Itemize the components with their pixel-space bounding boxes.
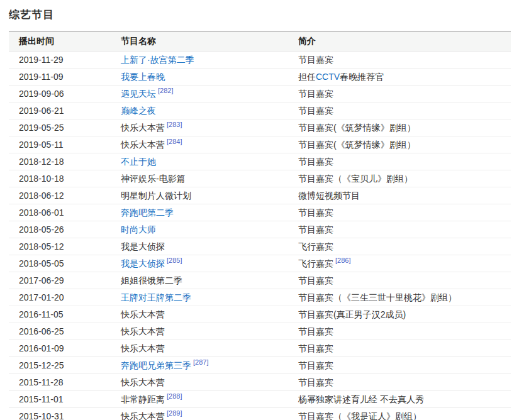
- description-link[interactable]: CCTV: [316, 72, 340, 82]
- program-name-text: 快乐大本营: [121, 123, 165, 133]
- air-date-cell: 2019-11-29: [9, 52, 111, 69]
- description-text: 微博短视频节目: [298, 191, 360, 201]
- table-row: 2019-05-25快乐大本营[283]节目嘉宾(《筑梦情缘》剧组）: [9, 119, 511, 136]
- air-date-cell: 2015-10-31: [9, 408, 111, 420]
- description-text: 节目嘉宾: [298, 55, 333, 65]
- table-row: 2019-09-06遇见天坛[282]节目嘉宾: [9, 86, 511, 102]
- air-date-cell: 2018-06-12: [9, 187, 111, 204]
- air-date-cell: 2018-05-12: [9, 238, 111, 255]
- table-row: 2015-12-25奔跑吧兄弟第三季[287]节目嘉宾: [9, 357, 511, 374]
- program-name-link[interactable]: 上新了·故宫第二季: [121, 55, 194, 65]
- citation-ref[interactable]: [289]: [167, 409, 182, 417]
- table-row: 2018-05-12我是大侦探飞行嘉宾: [9, 238, 511, 255]
- table-row: 2018-05-26时尚大师节目嘉宾: [9, 221, 511, 238]
- description-text: 飞行嘉宾: [298, 258, 333, 268]
- program-name-cell: 巅峰之夜: [111, 102, 288, 119]
- program-name-link[interactable]: 奔跑吧第二季: [121, 207, 174, 218]
- description-cell: 节目嘉宾: [288, 204, 511, 221]
- description-text: 节目嘉宾: [298, 89, 333, 99]
- program-name-cell: 王牌对王牌第二季: [111, 289, 288, 306]
- description-text: 节目嘉宾: [298, 207, 333, 218]
- air-date-cell: 2015-11-01: [9, 391, 111, 408]
- program-name-link[interactable]: 不止于她: [121, 157, 156, 167]
- program-name-text: 快乐大本营: [121, 411, 165, 420]
- table-row: 2016-11-05快乐大本营节目嘉宾(真正男子汉2成员): [9, 306, 511, 323]
- column-header-description: 简介: [288, 31, 511, 52]
- citation-ref[interactable]: [283]: [167, 121, 182, 128]
- column-header-program-name: 节目名称: [111, 31, 288, 52]
- citation-ref[interactable]: [286]: [335, 257, 350, 264]
- description-cell: 节目嘉宾: [288, 340, 511, 357]
- air-date-cell: 2017-01-20: [9, 289, 111, 306]
- program-name-text: 明星制片人微计划: [121, 191, 191, 201]
- description-cell: 节目嘉宾（《三生三世十里桃花》剧组）: [288, 289, 511, 306]
- program-name-cell: 奔跑吧第二季: [111, 204, 288, 221]
- description-cell: 节目嘉宾: [288, 374, 511, 391]
- program-name-link[interactable]: 奔跑吧兄弟第三季: [121, 360, 191, 370]
- table-row: 2019-06-21巅峰之夜节目嘉宾: [9, 102, 511, 119]
- citation-ref[interactable]: [288]: [167, 392, 182, 400]
- table-row: 2017-06-29姐姐很饿第二季节目嘉宾: [9, 272, 511, 289]
- program-name-cell: 我是大侦探: [111, 238, 288, 255]
- description-text: 杨幂独家讲述育儿经 不去真人秀: [298, 394, 424, 404]
- program-name-text: 快乐大本营: [121, 377, 165, 387]
- program-name-cell: 快乐大本营[283]: [111, 119, 288, 136]
- program-name-cell: 不止于她: [111, 153, 288, 170]
- table-row: 2018-12-18不止于她节目嘉宾: [9, 153, 511, 170]
- citation-ref[interactable]: [284]: [167, 138, 182, 145]
- table-row: 2019-11-09我要上春晚担任CCTV春晚推荐官: [9, 69, 511, 86]
- air-date-cell: 2019-11-09: [9, 69, 111, 86]
- description-cell: 节目嘉宾: [288, 272, 511, 289]
- program-name-link[interactable]: 我是大侦探: [121, 258, 165, 268]
- description-text: 节目嘉宾（《三生三世十里桃花》剧组）: [298, 292, 457, 302]
- description-cell: 节目嘉宾: [288, 102, 511, 119]
- program-name-link[interactable]: 遇见天坛: [121, 89, 156, 99]
- air-date-cell: 2015-11-28: [9, 374, 111, 391]
- program-name-link[interactable]: 我要上春晚: [121, 72, 165, 82]
- table-body: 2019-11-29上新了·故宫第二季节目嘉宾2019-11-09我要上春晚担任…: [9, 52, 511, 420]
- description-cell: 飞行嘉宾[286]: [288, 255, 511, 272]
- description-cell: 节目嘉宾: [288, 357, 511, 374]
- table-row: 2018-06-01奔跑吧第二季节目嘉宾: [9, 204, 511, 221]
- program-name-cell: 快乐大本营: [111, 340, 288, 357]
- program-name-cell: 时尚大师: [111, 221, 288, 238]
- table-row: 2018-06-12明星制片人微计划微博短视频节目: [9, 187, 511, 204]
- description-cell: 担任CCTV春晚推荐官: [288, 69, 511, 86]
- air-date-cell: 2019-06-21: [9, 102, 111, 119]
- program-name-link[interactable]: 时尚大师: [121, 224, 156, 235]
- air-date-cell: 2018-06-01: [9, 204, 111, 221]
- air-date-cell: 2017-06-29: [9, 272, 111, 289]
- variety-shows-table: 播出时间 节目名称 简介 2019-11-29上新了·故宫第二季节目嘉宾2019…: [9, 31, 511, 420]
- table-row: 2018-05-05我是大侦探[285]飞行嘉宾[286]: [9, 255, 511, 272]
- description-text: 节目嘉宾(真正男子汉2成员): [298, 309, 406, 319]
- citation-ref[interactable]: [287]: [193, 358, 208, 366]
- description-text: 节目嘉宾: [298, 343, 333, 353]
- program-name-link[interactable]: 巅峰之夜: [121, 106, 156, 116]
- description-cell: 杨幂独家讲述育儿经 不去真人秀: [288, 391, 511, 408]
- table-row: 2016-06-25快乐大本营节目嘉宾: [9, 323, 511, 340]
- program-name-cell: 明星制片人微计划: [111, 187, 288, 204]
- description-cell: 节目嘉宾: [288, 153, 511, 170]
- description-text: 飞行嘉宾: [298, 241, 333, 251]
- program-name-text: 神评娱乐-电影篇: [121, 174, 186, 184]
- description-text: 春晚推荐官: [340, 72, 384, 82]
- table-header: 播出时间 节目名称 简介: [9, 31, 511, 52]
- program-name-cell: 快乐大本营[284]: [111, 136, 288, 153]
- variety-shows-section: 综艺节目 播出时间 节目名称 简介 2019-11-29上新了·故宫第二季节目嘉…: [0, 0, 519, 420]
- description-cell: 飞行嘉宾: [288, 238, 511, 255]
- column-header-air-date: 播出时间: [9, 31, 111, 52]
- air-date-cell: 2018-05-05: [9, 255, 111, 272]
- table-row: 2017-01-20王牌对王牌第二季节目嘉宾（《三生三世十里桃花》剧组）: [9, 289, 511, 306]
- citation-ref[interactable]: [282]: [158, 87, 173, 94]
- description-text: 节目嘉宾: [298, 360, 333, 370]
- description-text: 担任: [298, 72, 316, 82]
- description-cell: 节目嘉宾: [288, 323, 511, 340]
- description-text: 节目嘉宾: [298, 377, 333, 387]
- table-row: 2015-11-28快乐大本营节目嘉宾: [9, 374, 511, 391]
- air-date-cell: 2016-01-09: [9, 340, 111, 357]
- section-title: 综艺节目: [9, 8, 511, 22]
- description-text: 节目嘉宾(《筑梦情缘》剧组）: [298, 140, 416, 150]
- program-name-cell: 快乐大本营[289]: [111, 408, 288, 420]
- program-name-link[interactable]: 王牌对王牌第二季: [121, 292, 191, 302]
- citation-ref[interactable]: [285]: [167, 257, 182, 264]
